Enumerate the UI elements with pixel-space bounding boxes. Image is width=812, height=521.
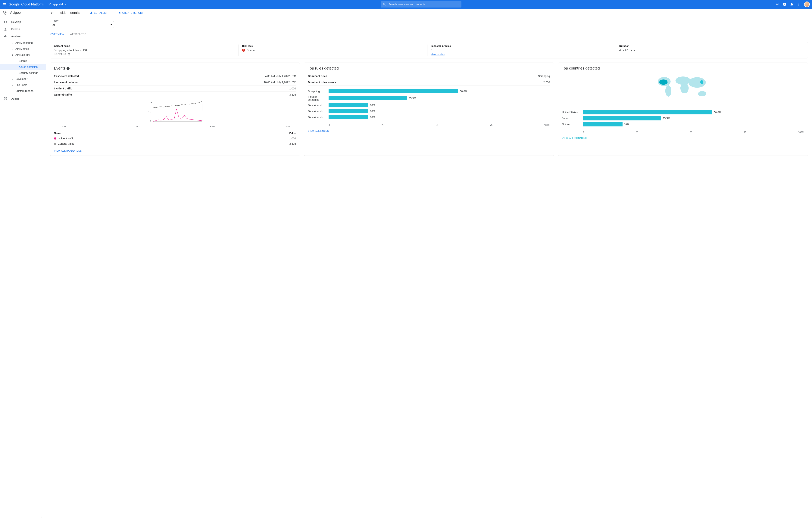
view-all-rules-link[interactable]: VIEW ALL RULES [308,130,550,132]
nav-api-security[interactable]: ▾API Security [0,52,46,58]
more-vert-icon[interactable] [797,2,801,6]
proxy-value: All [52,23,56,26]
set-alert-button[interactable]: SET ALERT [90,11,108,14]
caret-right-icon: ▸ [11,77,14,81]
view-all-countries-link[interactable]: VIEW ALL COUNTRIES [562,137,804,139]
svg-point-2 [49,4,50,5]
chevron-down-icon: ▾ [111,23,112,26]
rules-title: Top rules detected [308,66,550,70]
hamburger-icon[interactable] [2,2,7,6]
caret-right-icon: ▸ [11,41,14,44]
svg-point-26 [659,80,667,85]
rules-row: Dominant rulesScrapping [308,73,550,79]
nav-api-monitoring[interactable]: ▸API Monitoring [0,40,46,46]
bar-row: Japan35.5% [562,116,804,120]
events-row: General traffic3,315 [54,92,296,98]
help-icon[interactable]: ? [67,67,69,70]
create-report-button[interactable]: CREATE REPORT [118,11,144,14]
project-icon [48,3,51,6]
rules-bar-chart: Scrapping58.6%Flooder, scrapping35.5%Tor… [308,87,550,121]
nav-admin[interactable]: Admin [0,95,46,102]
bar-row: United States58.6% [562,110,804,114]
summary-impacted-proxies: Impacted proxies 3 View proxies [427,45,616,55]
incident-summary: Incident name Scrapping attack from USA … [50,42,808,59]
svg-text:1.5K: 1.5K [148,101,153,104]
bar-row: Flooder, scrapping35.5% [308,95,550,101]
svg-point-10 [4,13,6,15]
bar-row: Not set18% [562,122,804,127]
svg-point-5 [798,3,799,4]
cloud-shell-icon[interactable] [775,2,779,6]
nav-api-metrics[interactable]: ▸API Metrics [0,46,46,52]
detail-tabs: OVERVIEW ATTRIBUTES [50,31,808,38]
svg-point-14 [5,98,6,99]
collapse-sidebar-icon[interactable] [40,515,43,519]
nav-security-settings[interactable]: Security settings [0,70,46,76]
notifications-icon[interactable] [790,2,794,6]
page-title: Incident details [58,11,80,15]
svg-rect-11 [4,36,5,38]
svg-point-25 [698,91,706,96]
side-nav: Develop Publish Analyze ▸API Monitoring … [0,17,46,521]
brand-label: Google Cloud Platform [9,2,44,6]
view-proxies-link[interactable]: View proxies [431,53,444,55]
nav-developer[interactable]: ▸Developer [0,76,46,82]
bar-row: Scrapping58.6% [308,89,550,93]
events-xaxis: 4AM 6AM 8AM 10AM [54,125,296,128]
events-legend: NameValue Incident traffic1,000General t… [54,131,296,146]
summary-duration: Duration 4 hr 23 mins [616,45,804,55]
search-input[interactable] [389,3,455,6]
proxy-select[interactable]: Proxy All ▾ [50,21,114,28]
project-picker[interactable]: apiportal [48,3,67,6]
severity-icon: ! [242,49,245,52]
bar-row: Tor exit node18% [308,115,550,119]
rules-row: Dominant rules events2,600 [308,79,550,86]
nav-scores[interactable]: Scores [0,58,46,64]
user-avatar[interactable] [804,1,810,7]
rules-card: Top rules detected Dominant rulesScrappi… [304,63,554,156]
caret-right-icon: ▸ [11,84,14,86]
main-content: Incident details SET ALERT CREATE REPORT… [46,9,812,521]
bar-row: Tor exit node18% [308,109,550,113]
view-all-ip-link[interactable]: VIEW ALL IP ADDRESS [54,150,296,152]
svg-text:0: 0 [150,120,151,122]
copy-icon[interactable] [67,53,70,55]
publish-icon [4,27,7,31]
tab-overview[interactable]: OVERVIEW [50,31,65,38]
countries-title: Top countries detected [562,66,804,70]
search-icon [383,3,386,6]
caret-down-icon: ▾ [11,53,14,56]
upload-icon [118,11,121,14]
bell-icon [90,11,93,14]
gear-icon [4,97,7,100]
analytics-icon [4,35,7,38]
summary-incident-name: Incident name Scrapping attack from USA … [53,45,239,55]
tab-attributes[interactable]: ATTRIBUTES [70,31,87,38]
back-button[interactable] [50,11,54,15]
product-header: Apigee [0,9,46,17]
events-row: Incident traffic1,000 [54,86,296,92]
nav-end-users[interactable]: ▸End users [0,82,46,88]
left-sidebar: Apigee Develop Publish Analyze ▸API Moni… [0,9,46,521]
bar-row: Tor exit node18% [308,103,550,107]
svg-point-23 [680,83,688,93]
chevron-down-icon[interactable] [457,3,459,5]
help-icon[interactable]: ? [783,2,786,6]
svg-text:?: ? [784,3,785,5]
caret-right-icon: ▸ [11,47,14,50]
nav-abuse-detection[interactable]: Abuse detection [0,64,46,70]
nav-analyze[interactable]: Analyze [0,33,46,40]
events-row: Last event detected10:00 AM, July 1,2022… [54,79,296,86]
code-icon [4,20,7,24]
nav-develop[interactable]: Develop [0,18,46,26]
chevron-down-icon [64,3,67,5]
nav-custom-reports[interactable]: Custom reports [0,88,46,94]
nav-publish[interactable]: Publish [0,26,46,33]
legend-row: General traffic3,315 [54,141,296,146]
svg-point-7 [798,5,799,6]
svg-point-1 [50,3,50,4]
events-card: Events? First event detected4:00 AM, Jul… [50,63,300,156]
global-search[interactable] [381,1,461,7]
svg-point-27 [700,80,703,84]
countries-axis: 0255075100% [562,131,804,134]
